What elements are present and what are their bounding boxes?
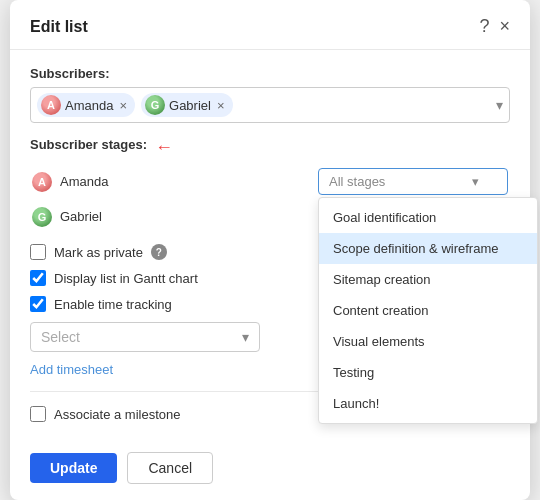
avatar-gabriel: G bbox=[145, 95, 165, 115]
subscriber-name-amanda: Amanda bbox=[65, 98, 113, 113]
update-button[interactable]: Update bbox=[30, 453, 117, 483]
remove-amanda-button[interactable]: × bbox=[119, 98, 127, 113]
subscriber-tag-amanda[interactable]: A Amanda × bbox=[37, 93, 135, 117]
help-icon[interactable]: ? bbox=[479, 16, 489, 37]
dialog-body: Subscribers: A Amanda × G Gabriel × ▾ Su… bbox=[10, 50, 530, 452]
subscribers-label: Subscribers: bbox=[30, 66, 510, 81]
display-gantt-label: Display list in Gantt chart bbox=[54, 271, 198, 286]
stage-visual-elements[interactable]: Visual elements bbox=[319, 326, 537, 357]
dialog-header: Edit list ? × bbox=[10, 0, 530, 50]
subscriber-name-gabriel: Gabriel bbox=[169, 98, 211, 113]
dialog-title: Edit list bbox=[30, 18, 88, 36]
associate-milestone-checkbox[interactable] bbox=[30, 406, 46, 422]
amanda-stage-dropdown[interactable]: All stages ▾ Goal identification Scope d… bbox=[318, 168, 508, 195]
remove-gabriel-button[interactable]: × bbox=[217, 98, 225, 113]
associate-milestone-label: Associate a milestone bbox=[54, 407, 180, 422]
amanda-stage-row: A Amanda All stages ▾ Goal identificatio… bbox=[30, 168, 510, 195]
stage-sitemap-creation[interactable]: Sitemap creation bbox=[319, 264, 537, 295]
stage-launch[interactable]: Launch! bbox=[319, 388, 537, 419]
mark-private-checkbox[interactable] bbox=[30, 244, 46, 260]
edit-list-dialog: Edit list ? × Subscribers: A Amanda × G … bbox=[10, 0, 530, 500]
subscriber-stages-label-row: Subscriber stages: ← bbox=[30, 137, 510, 158]
enable-time-tracking-checkbox[interactable] bbox=[30, 296, 46, 312]
subscribers-dropdown-arrow[interactable]: ▾ bbox=[496, 97, 503, 113]
header-icons: ? × bbox=[479, 16, 510, 37]
timesheet-select-arrow-icon: ▾ bbox=[242, 329, 249, 345]
timesheet-select-placeholder: Select bbox=[41, 329, 80, 345]
stage-scope-definition[interactable]: Scope definition & wireframe bbox=[319, 233, 537, 264]
add-timesheet-link[interactable]: Add timesheet bbox=[30, 362, 113, 377]
close-icon[interactable]: × bbox=[499, 16, 510, 37]
enable-time-tracking-label: Enable time tracking bbox=[54, 297, 172, 312]
amanda-dropdown-arrow-icon: ▾ bbox=[472, 174, 479, 189]
timesheet-select[interactable]: Select ▾ bbox=[30, 322, 260, 352]
stage-content-creation[interactable]: Content creation bbox=[319, 295, 537, 326]
subscriber-stages-label: Subscriber stages: bbox=[30, 137, 147, 152]
subscribers-field[interactable]: A Amanda × G Gabriel × ▾ bbox=[30, 87, 510, 123]
amanda-name-label: Amanda bbox=[60, 174, 108, 189]
amanda-stage-menu: Goal identification Scope definition & w… bbox=[318, 197, 538, 424]
cancel-button[interactable]: Cancel bbox=[127, 452, 213, 484]
subscriber-tag-gabriel[interactable]: G Gabriel × bbox=[141, 93, 233, 117]
amanda-name: A Amanda bbox=[32, 172, 108, 192]
red-arrow-icon: ← bbox=[155, 137, 173, 158]
stage-testing[interactable]: Testing bbox=[319, 357, 537, 388]
amanda-stage-placeholder: All stages bbox=[329, 174, 385, 189]
amanda-stage-trigger[interactable]: All stages ▾ bbox=[318, 168, 508, 195]
stage-goal-identification[interactable]: Goal identification bbox=[319, 202, 537, 233]
avatar-amanda-stage: A bbox=[32, 172, 52, 192]
mark-private-help-icon[interactable]: ? bbox=[151, 244, 167, 260]
avatar-amanda: A bbox=[41, 95, 61, 115]
avatar-gabriel-stage: G bbox=[32, 207, 52, 227]
dialog-footer: Update Cancel bbox=[10, 452, 530, 500]
mark-private-label: Mark as private bbox=[54, 245, 143, 260]
display-gantt-checkbox[interactable] bbox=[30, 270, 46, 286]
gabriel-name: G Gabriel bbox=[32, 207, 102, 227]
gabriel-name-label: Gabriel bbox=[60, 209, 102, 224]
